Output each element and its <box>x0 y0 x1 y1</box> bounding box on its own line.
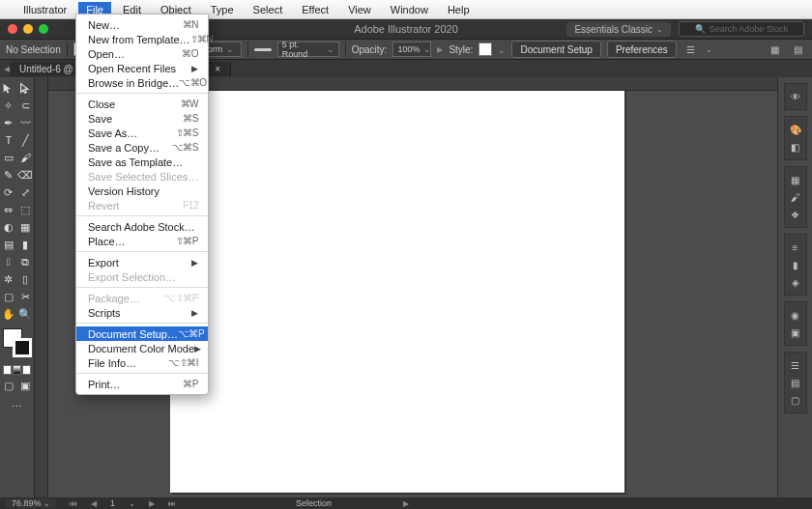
nav-next-icon[interactable]: ▶ <box>149 499 155 508</box>
file-menu-save-as-template-[interactable]: Save as Template… <box>76 155 208 169</box>
file-menu-save-a-copy-[interactable]: Save a Copy…⌥⌘S <box>76 140 208 155</box>
nav-first-icon[interactable]: ⏮ <box>70 499 77 508</box>
color-panel-icon[interactable]: 🎨 <box>787 121 804 138</box>
swatches-panel-icon[interactable]: ▦ <box>787 171 804 188</box>
vertical-ruler[interactable] <box>35 77 48 497</box>
rectangle-tool-icon[interactable]: ▭ <box>0 149 17 166</box>
layers-panel-icon[interactable]: ☰ <box>787 356 804 374</box>
line-segment-tool-icon[interactable]: ╱ <box>17 131 35 149</box>
graphic-style-swatch[interactable] <box>478 42 492 56</box>
brushes-panel-icon[interactable]: 🖌 <box>787 188 804 206</box>
width-tool-icon[interactable]: ⇔ <box>0 201 17 218</box>
pen-tool-icon[interactable]: ✒ <box>0 114 17 131</box>
file-menu-new-[interactable]: New…⌘N <box>76 17 208 32</box>
paintbrush-tool-icon[interactable]: 🖌 <box>17 149 35 166</box>
file-menu-new-from-template-[interactable]: New from Template…⇧⌘N <box>76 32 208 46</box>
free-transform-tool-icon[interactable]: ⬚ <box>17 201 35 218</box>
blend-tool-icon[interactable]: ⧉ <box>17 253 35 270</box>
magic-wand-tool-icon[interactable]: ✧ <box>0 97 17 114</box>
stroke-panel-icon[interactable]: ≡ <box>787 239 804 256</box>
transparency-panel-icon[interactable]: ◈ <box>787 273 804 291</box>
artboard[interactable] <box>170 87 624 493</box>
edit-toolbar-icon[interactable]: ⋯ <box>0 398 34 415</box>
shaper-tool-icon[interactable]: ✎ <box>0 166 17 184</box>
type-tool-icon[interactable]: T <box>0 131 17 149</box>
slice-tool-icon[interactable]: ✂ <box>17 288 35 305</box>
opacity-field[interactable]: 100% <box>392 42 431 57</box>
properties-panel-icon[interactable]: 👁 <box>787 88 804 105</box>
search-input[interactable]: 🔍Search Adobe Stock <box>679 21 804 37</box>
eyedropper-tool-icon[interactable]: 𓍰 <box>0 253 17 270</box>
appearance-panel-icon[interactable]: ◉ <box>787 306 804 324</box>
arrange-docs-icon[interactable]: ▤ <box>789 42 806 57</box>
screen-mode-icon[interactable]: ▣ <box>17 377 35 394</box>
color-guide-panel-icon[interactable]: ◧ <box>787 138 804 156</box>
nav-last-icon[interactable]: ⏭ <box>168 499 176 508</box>
none-mode-icon[interactable] <box>22 365 31 375</box>
zoom-window-icon[interactable] <box>39 24 48 34</box>
close-tab-icon[interactable]: × <box>215 64 220 74</box>
gradient-mode-icon[interactable] <box>13 365 21 375</box>
asset-export-panel-icon[interactable]: ▤ <box>787 374 804 391</box>
file-menu-browse-in-bridge-[interactable]: Browse in Bridge…⌥⌘O <box>76 75 208 90</box>
drawing-mode-icon[interactable]: ▢ <box>0 377 17 394</box>
window-traffic-lights[interactable] <box>0 24 48 34</box>
workspace-label: Essentials Classic <box>574 24 652 35</box>
status-flyout-icon[interactable]: ▶ <box>403 499 409 508</box>
close-window-icon[interactable] <box>8 24 17 34</box>
gradient-tool-icon[interactable]: ▮ <box>17 236 35 253</box>
curvature-tool-icon[interactable]: 〰 <box>17 114 35 131</box>
file-menu-print-[interactable]: Print…⌘P <box>76 377 208 391</box>
column-graph-tool-icon[interactable]: ▯ <box>17 270 35 288</box>
mesh-tool-icon[interactable]: ▤ <box>0 236 17 253</box>
file-menu-search-adobe-stock-[interactable]: Search Adobe Stock… <box>76 219 208 234</box>
transform-panel-icon[interactable]: ▦ <box>766 42 783 57</box>
hand-tool-icon[interactable]: ✋ <box>0 305 17 323</box>
file-menu-save-as-[interactable]: Save As…⇧⌘S <box>76 126 208 140</box>
minimize-window-icon[interactable] <box>23 24 33 34</box>
artboards-panel-icon[interactable]: ▢ <box>787 391 804 409</box>
eraser-tool-icon[interactable]: ⌫ <box>17 166 35 184</box>
file-menu-file-info-[interactable]: File Info…⌥⇧⌘I <box>76 355 208 370</box>
file-menu-close[interactable]: Close⌘W <box>76 97 208 111</box>
preferences-button[interactable]: Preferences <box>607 41 677 58</box>
menu-app-name[interactable]: Illustrator <box>15 2 74 17</box>
shape-builder-tool-icon[interactable]: ◐ <box>0 218 17 236</box>
file-menu-document-color-mode[interactable]: Document Color Mode▶ <box>76 341 208 355</box>
selection-tool-icon[interactable] <box>0 79 17 97</box>
artboard-tool-icon[interactable]: ▢ <box>0 288 17 305</box>
file-menu-version-history[interactable]: Version History <box>76 184 208 198</box>
zoom-level[interactable]: 76.89% ⌄ <box>6 498 56 508</box>
file-menu-open-recent-files[interactable]: Open Recent Files▶ <box>76 61 208 75</box>
artboard-nav-current[interactable]: 1 <box>110 498 115 508</box>
menu-window[interactable]: Window <box>383 2 436 17</box>
color-mode-icon[interactable] <box>3 365 12 375</box>
graphic-styles-panel-icon[interactable]: ▣ <box>787 324 804 341</box>
perspective-grid-tool-icon[interactable]: ▦ <box>17 218 35 236</box>
nav-prev-icon[interactable]: ◀ <box>91 499 97 508</box>
menu-view[interactable]: View <box>340 2 379 17</box>
zoom-tool-icon[interactable]: 🔍 <box>17 305 35 323</box>
direct-selection-tool-icon[interactable] <box>17 79 35 97</box>
rotate-tool-icon[interactable]: ⟳ <box>0 184 17 201</box>
gradient-panel-icon[interactable]: ▮ <box>787 256 804 273</box>
opacity-flyout-icon[interactable]: ▶ <box>437 45 443 54</box>
file-menu-place-[interactable]: Place…⇧⌘P <box>76 234 208 248</box>
document-setup-button[interactable]: Document Setup <box>511 41 601 58</box>
workspace-switcher[interactable]: Essentials Classic ⌄ <box>566 22 671 37</box>
file-menu-export[interactable]: Export▶ <box>76 255 208 269</box>
scale-tool-icon[interactable]: ⤢ <box>17 184 35 201</box>
file-menu-document-setup-[interactable]: Document Setup…⌥⌘P <box>76 326 208 341</box>
menu-help[interactable]: Help <box>440 2 478 17</box>
file-menu-save[interactable]: Save⌘S <box>76 111 208 126</box>
menu-effect[interactable]: Effect <box>294 2 336 17</box>
menu-select[interactable]: Select <box>246 2 291 17</box>
symbols-panel-icon[interactable]: ❖ <box>787 206 804 223</box>
lasso-tool-icon[interactable]: ⊂ <box>17 97 35 114</box>
fill-stroke-swatch[interactable] <box>3 328 32 357</box>
symbol-sprayer-tool-icon[interactable]: ✲ <box>0 270 17 288</box>
brush-dropdown[interactable]: 5 pt. Round <box>277 42 339 57</box>
file-menu-scripts[interactable]: Scripts▶ <box>76 305 208 320</box>
file-menu-open-[interactable]: Open…⌘O <box>76 46 208 61</box>
align-icon[interactable]: ☰ <box>682 42 700 57</box>
